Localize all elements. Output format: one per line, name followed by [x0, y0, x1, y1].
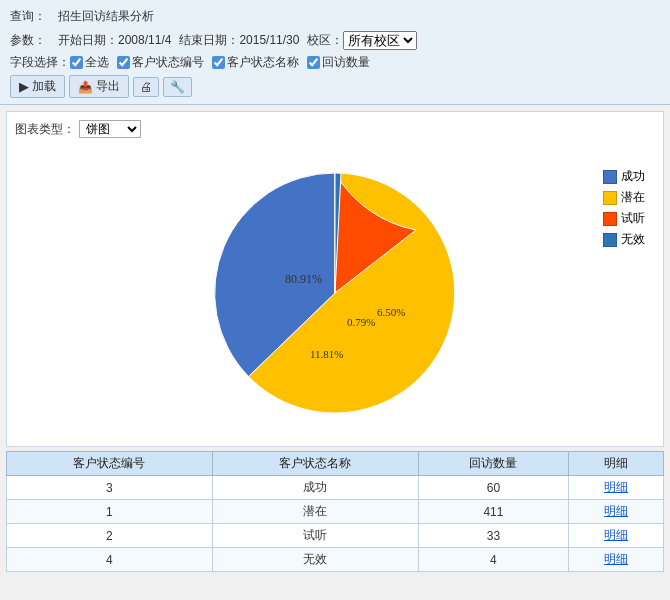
- legend-item-成功: 成功: [603, 168, 645, 185]
- settings-button[interactable]: 🔧: [163, 77, 192, 97]
- legend-color-无效: [603, 233, 617, 247]
- cell-detail[interactable]: 明细: [569, 500, 664, 524]
- cell-name: 无效: [212, 548, 418, 572]
- chart-type-row: 图表类型： 饼图 柱图 折线图: [15, 120, 655, 138]
- checkbox-count-item[interactable]: 回访数量: [307, 54, 370, 71]
- checkbox-name-item[interactable]: 客户状态名称: [212, 54, 299, 71]
- cell-name: 成功: [212, 476, 418, 500]
- table-header-row: 客户状态编号 客户状态名称 回访数量 明细: [7, 452, 664, 476]
- checkbox-code[interactable]: [117, 56, 130, 69]
- cell-count: 60: [418, 476, 568, 500]
- legend-item-潜在: 潜在: [603, 189, 645, 206]
- cell-detail[interactable]: 明细: [569, 524, 664, 548]
- checkbox-name-label: 客户状态名称: [227, 54, 299, 71]
- cell-detail[interactable]: 明细: [569, 476, 664, 500]
- cell-detail[interactable]: 明细: [569, 548, 664, 572]
- legend-color-试听: [603, 212, 617, 226]
- checkbox-group: 全选 客户状态编号 客户状态名称 回访数量: [70, 54, 370, 71]
- load-button[interactable]: ▶ 加载: [10, 75, 65, 98]
- table-row: 2 试听 33 明细: [7, 524, 664, 548]
- label-成功: 11.81%: [310, 348, 344, 360]
- col-header-count: 回访数量: [418, 452, 568, 476]
- cell-name: 试听: [212, 524, 418, 548]
- query-row: 查询： 招生回访结果分析: [10, 6, 660, 26]
- legend-label-成功: 成功: [621, 168, 645, 185]
- detail-link[interactable]: 明细: [604, 552, 628, 566]
- cell-count: 4: [418, 548, 568, 572]
- label-试听: 6.50%: [377, 306, 405, 318]
- export-icon: 📤: [78, 80, 93, 94]
- detail-link[interactable]: 明细: [604, 480, 628, 494]
- params-row: 参数： 开始日期： 2008/11/4 结束日期： 2015/11/30 校区：…: [10, 30, 660, 50]
- campus-label: 校区：: [307, 30, 343, 50]
- campus-select[interactable]: 所有校区: [343, 31, 417, 50]
- table-row: 3 成功 60 明细: [7, 476, 664, 500]
- detail-link[interactable]: 明细: [604, 504, 628, 518]
- legend-color-成功: [603, 170, 617, 184]
- print-icon: 🖨: [140, 80, 152, 94]
- cell-count: 411: [418, 500, 568, 524]
- query-label: 查询：: [10, 6, 58, 26]
- checkbox-all-label: 全选: [85, 54, 109, 71]
- end-date-value: 2015/11/30: [239, 30, 299, 50]
- legend-label-试听: 试听: [621, 210, 645, 227]
- table-row: 4 无效 4 明细: [7, 548, 664, 572]
- chart-type-label: 图表类型：: [15, 121, 75, 138]
- top-panel: 查询： 招生回访结果分析 参数： 开始日期： 2008/11/4 结束日期： 2…: [0, 0, 670, 105]
- start-date-value: 2008/11/4: [118, 30, 171, 50]
- checkbox-code-label: 客户状态编号: [132, 54, 204, 71]
- settings-icon: 🔧: [170, 80, 185, 94]
- checkbox-all-item[interactable]: 全选: [70, 54, 109, 71]
- params-label: 参数：: [10, 30, 58, 50]
- chart-legend: 成功 潜在 试听 无效: [603, 168, 645, 248]
- export-button[interactable]: 📤 导出: [69, 75, 129, 98]
- cell-code: 2: [7, 524, 213, 548]
- cell-code: 3: [7, 476, 213, 500]
- cell-name: 潜在: [212, 500, 418, 524]
- legend-label-无效: 无效: [621, 231, 645, 248]
- cell-count: 33: [418, 524, 568, 548]
- legend-item-试听: 试听: [603, 210, 645, 227]
- end-date-label: 结束日期：: [179, 30, 239, 50]
- checkbox-count[interactable]: [307, 56, 320, 69]
- load-icon: ▶: [19, 79, 29, 94]
- start-date-label: 开始日期：: [58, 30, 118, 50]
- checkbox-all[interactable]: [70, 56, 83, 69]
- main-panel: 图表类型： 饼图 柱图 折线图 80.91% 6.50% 0.79% 11.81…: [6, 111, 664, 447]
- cell-code: 4: [7, 548, 213, 572]
- checkbox-code-item[interactable]: 客户状态编号: [117, 54, 204, 71]
- fields-row: 字段选择： 全选 客户状态编号 客户状态名称 回访数量: [10, 54, 660, 71]
- data-table: 客户状态编号 客户状态名称 回访数量 明细 3 成功 60 明细 1 潜在 41…: [6, 451, 664, 572]
- detail-link[interactable]: 明细: [604, 528, 628, 542]
- cell-code: 1: [7, 500, 213, 524]
- load-label: 加载: [32, 78, 56, 95]
- col-header-name: 客户状态名称: [212, 452, 418, 476]
- pie-chart: 80.91% 6.50% 0.79% 11.81%: [185, 168, 485, 418]
- legend-color-潜在: [603, 191, 617, 205]
- col-header-detail: 明细: [569, 452, 664, 476]
- col-header-code: 客户状态编号: [7, 452, 213, 476]
- legend-label-潜在: 潜在: [621, 189, 645, 206]
- chart-area: 80.91% 6.50% 0.79% 11.81% 成功 潜在 试听 无效: [15, 148, 655, 438]
- label-潜在: 80.91%: [285, 272, 322, 286]
- checkbox-count-label: 回访数量: [322, 54, 370, 71]
- query-value: 招生回访结果分析: [58, 6, 154, 26]
- table-row: 1 潜在 411 明细: [7, 500, 664, 524]
- legend-item-无效: 无效: [603, 231, 645, 248]
- print-button[interactable]: 🖨: [133, 77, 159, 97]
- fields-label: 字段选择：: [10, 54, 70, 71]
- toolbar-row: ▶ 加载 📤 导出 🖨 🔧: [10, 75, 660, 98]
- label-无效: 0.79%: [347, 316, 375, 328]
- export-label: 导出: [96, 78, 120, 95]
- table-section: 客户状态编号 客户状态名称 回访数量 明细 3 成功 60 明细 1 潜在 41…: [6, 451, 664, 572]
- checkbox-name[interactable]: [212, 56, 225, 69]
- chart-type-select[interactable]: 饼图 柱图 折线图: [79, 120, 141, 138]
